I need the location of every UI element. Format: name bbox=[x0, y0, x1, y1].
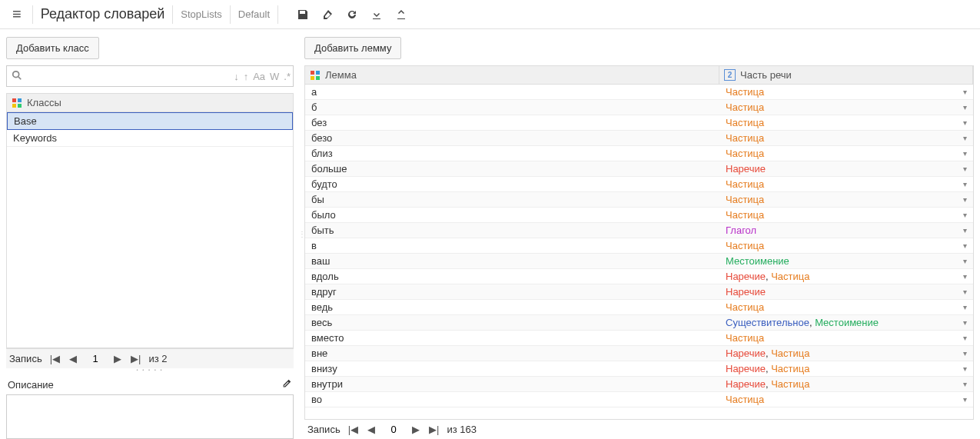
pos-cell[interactable]: Частица▾ bbox=[719, 392, 973, 407]
chevron-down-icon[interactable]: ▾ bbox=[963, 134, 967, 142]
chevron-down-icon[interactable]: ▾ bbox=[963, 149, 967, 158]
lemma-row[interactable]: будтоЧастица▾ bbox=[305, 177, 973, 192]
chevron-down-icon[interactable]: ▾ bbox=[963, 395, 967, 404]
chevron-down-icon[interactable]: ▾ bbox=[963, 103, 967, 111]
pager-current[interactable] bbox=[383, 424, 404, 435]
breadcrumb-item[interactable]: StopLists bbox=[178, 8, 224, 20]
search-input-wrapper[interactable]: ↓ ↑ Aa W .* bbox=[6, 65, 294, 87]
lemma-row[interactable]: бЧастица▾ bbox=[305, 100, 973, 115]
pos-cell[interactable]: Частица▾ bbox=[719, 85, 973, 99]
sort-up-icon[interactable]: ↑ bbox=[241, 71, 251, 82]
chevron-down-icon[interactable]: ▾ bbox=[963, 180, 967, 188]
lemma-row[interactable]: былоЧастица▾ bbox=[305, 208, 973, 223]
pager-first-icon[interactable]: |◀ bbox=[347, 424, 360, 435]
pager-last-icon[interactable]: ▶| bbox=[129, 353, 142, 364]
lemma-row[interactable]: близЧастица▾ bbox=[305, 146, 973, 161]
regex-toggle[interactable]: .* bbox=[281, 71, 293, 82]
erase-icon[interactable] bbox=[315, 2, 340, 27]
chevron-down-icon[interactable]: ▾ bbox=[963, 303, 967, 311]
edit-icon[interactable] bbox=[281, 378, 292, 391]
lemma-row[interactable]: ведьЧастица▾ bbox=[305, 300, 973, 315]
lemma-row[interactable]: быЧастица▾ bbox=[305, 192, 973, 208]
chevron-down-icon[interactable]: ▾ bbox=[963, 226, 967, 234]
pos-cell[interactable]: Частица▾ bbox=[719, 331, 973, 345]
chevron-down-icon[interactable]: ▾ bbox=[963, 318, 967, 327]
chevron-down-icon[interactable]: ▾ bbox=[963, 272, 967, 281]
lemma-row[interactable]: вдольНаречие, Частица▾ bbox=[305, 269, 973, 284]
header: ≡ Редактор словарей StopLists Default bbox=[0, 0, 980, 29]
lemma-row[interactable]: весьСуществительное, Местоимение▾ bbox=[305, 315, 973, 331]
class-item[interactable]: Base bbox=[7, 112, 293, 130]
pager-first-icon[interactable]: |◀ bbox=[48, 353, 61, 364]
download-icon[interactable] bbox=[364, 2, 389, 27]
column-pos[interactable]: 2 Часть речи bbox=[719, 66, 973, 84]
pager-last-icon[interactable]: ▶| bbox=[427, 424, 440, 435]
refresh-icon[interactable] bbox=[340, 2, 364, 27]
pos-cell[interactable]: Наречие▾ bbox=[719, 284, 973, 299]
chevron-down-icon[interactable]: ▾ bbox=[963, 118, 967, 127]
pos-cell[interactable]: Глагол▾ bbox=[719, 223, 973, 238]
add-lemma-button[interactable]: Добавить лемму bbox=[304, 37, 401, 59]
pos-cell[interactable]: Частица▾ bbox=[719, 146, 973, 161]
menu-icon[interactable]: ≡ bbox=[6, 5, 28, 23]
horizontal-resizer[interactable]: • • • • • bbox=[6, 368, 294, 372]
lemma-row[interactable]: бытьГлагол▾ bbox=[305, 223, 973, 238]
pos-cell[interactable]: Наречие, Частица▾ bbox=[719, 377, 973, 391]
pos-cell[interactable]: Местоимение▾ bbox=[719, 254, 973, 268]
lemma-row[interactable]: безоЧастица▾ bbox=[305, 131, 973, 146]
chevron-down-icon[interactable]: ▾ bbox=[963, 364, 967, 373]
lemma-row[interactable]: вашМестоимение▾ bbox=[305, 254, 973, 269]
add-class-button[interactable]: Добавить класс bbox=[6, 37, 99, 59]
sort-down-icon[interactable]: ↓ bbox=[231, 71, 241, 82]
chevron-down-icon[interactable]: ▾ bbox=[963, 349, 967, 358]
pos-cell[interactable]: Частица▾ bbox=[719, 192, 973, 207]
description-box[interactable] bbox=[6, 394, 294, 439]
chevron-down-icon[interactable]: ▾ bbox=[963, 288, 967, 296]
chevron-down-icon[interactable]: ▾ bbox=[963, 334, 967, 342]
pos-cell[interactable]: Частица▾ bbox=[719, 115, 973, 130]
pos-cell[interactable]: Существительное, Местоимение▾ bbox=[719, 315, 973, 330]
pos-cell[interactable]: Наречие, Частица▾ bbox=[719, 269, 973, 284]
pager-current[interactable] bbox=[85, 353, 106, 364]
lemma-row[interactable]: воЧастица▾ bbox=[305, 392, 973, 407]
lemma-row[interactable]: внеНаречие, Частица▾ bbox=[305, 346, 973, 361]
lemma-row[interactable]: большеНаречие▾ bbox=[305, 161, 973, 177]
pos-cell[interactable]: Наречие, Частица▾ bbox=[719, 346, 973, 361]
pos-cell[interactable]: Частица▾ bbox=[719, 100, 973, 115]
chevron-down-icon[interactable]: ▾ bbox=[963, 241, 967, 250]
chevron-down-icon[interactable]: ▾ bbox=[963, 257, 967, 265]
pos-cell[interactable]: Частица▾ bbox=[719, 208, 973, 222]
pos-cell[interactable]: Частица▾ bbox=[719, 238, 973, 253]
pos-cell[interactable]: Наречие, Частица▾ bbox=[719, 361, 973, 376]
pager-prev-icon[interactable]: ◀ bbox=[366, 424, 377, 435]
chevron-down-icon[interactable]: ▾ bbox=[963, 380, 967, 388]
lemma-row[interactable]: вместоЧастица▾ bbox=[305, 331, 973, 346]
chevron-down-icon[interactable]: ▾ bbox=[963, 195, 967, 204]
save-icon[interactable] bbox=[291, 2, 315, 27]
class-item[interactable]: Keywords bbox=[7, 130, 293, 147]
column-lemma[interactable]: Лемма bbox=[305, 66, 719, 84]
pos-cell[interactable]: Частица▾ bbox=[719, 177, 973, 191]
pos-cell[interactable]: Частица▾ bbox=[719, 131, 973, 145]
case-toggle[interactable]: Aa bbox=[251, 71, 267, 82]
lemma-row[interactable]: аЧастица▾ bbox=[305, 85, 973, 100]
breadcrumb-item[interactable]: Default bbox=[235, 8, 273, 20]
lemma-row[interactable]: вЧастица▾ bbox=[305, 238, 973, 254]
pos-cell[interactable]: Наречие▾ bbox=[719, 161, 973, 176]
chevron-down-icon[interactable]: ▾ bbox=[963, 165, 967, 173]
lemma-cell: внизу bbox=[305, 361, 719, 376]
lemma-row[interactable]: внизуНаречие, Частица▾ bbox=[305, 361, 973, 377]
pager-next-icon[interactable]: ▶ bbox=[112, 353, 123, 364]
lemma-row[interactable]: вдругНаречие▾ bbox=[305, 284, 973, 300]
lemma-row[interactable]: внутриНаречие, Частица▾ bbox=[305, 377, 973, 392]
chevron-down-icon[interactable]: ▾ bbox=[963, 211, 967, 219]
pager-next-icon[interactable]: ▶ bbox=[410, 424, 421, 435]
chevron-down-icon[interactable]: ▾ bbox=[963, 88, 967, 96]
lemma-row[interactable]: безЧастица▾ bbox=[305, 115, 973, 131]
whole-word-toggle[interactable]: W bbox=[267, 71, 281, 82]
upload-icon[interactable] bbox=[389, 2, 414, 27]
search-input[interactable] bbox=[27, 71, 231, 82]
pos-cell[interactable]: Частица▾ bbox=[719, 300, 973, 314]
pager-prev-icon[interactable]: ◀ bbox=[68, 353, 78, 364]
svg-point-0 bbox=[13, 71, 19, 77]
